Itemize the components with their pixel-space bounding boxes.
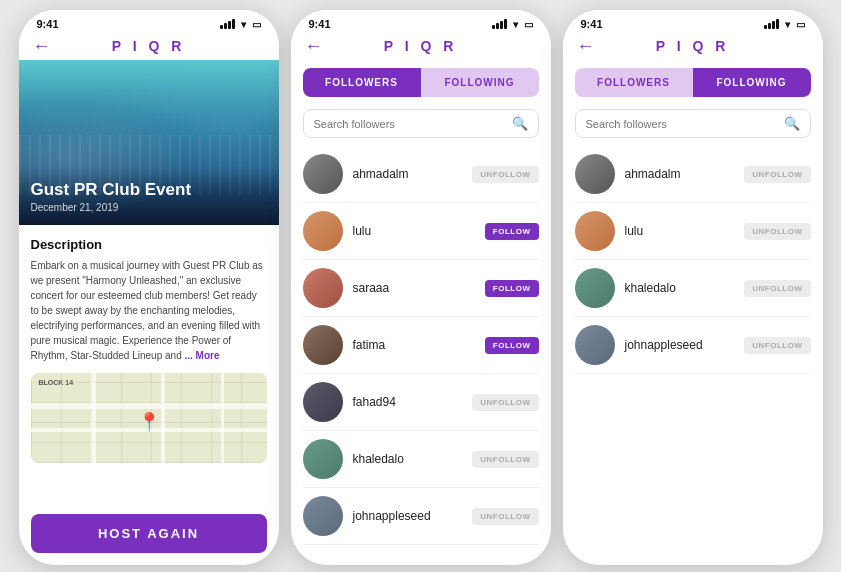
status-icons-1: ▾ ▭ <box>220 19 261 30</box>
search-input-3[interactable] <box>586 118 784 130</box>
tab-following-3[interactable]: FOLLOWING <box>693 68 811 97</box>
username-khaledalo-3: khaledalo <box>625 281 745 295</box>
unfollow-btn-johnappleseed-3[interactable]: UNFOLLOW <box>744 337 810 354</box>
nav-bar-1: ← P I Q R <box>19 32 279 60</box>
map-road-v2 <box>161 373 165 463</box>
status-icons-3: ▾ ▭ <box>764 19 805 30</box>
battery-icon-2: ▭ <box>524 19 533 30</box>
user-row-khaledalo-2: khaledalo UNFOLLOW <box>303 431 539 488</box>
back-button-3[interactable]: ← <box>577 36 595 57</box>
status-bar-2: 9:41 ▾ ▭ <box>291 10 551 32</box>
unfollow-btn-johnappleseed-2[interactable]: UNFOLLOW <box>472 508 538 525</box>
tab-bar-2: FOLLOWERS FOLLOWING <box>303 68 539 97</box>
username-lulu-3: lulu <box>625 224 745 238</box>
description-title: Description <box>31 237 267 252</box>
search-input-2[interactable] <box>314 118 512 130</box>
search-icon-2: 🔍 <box>512 116 528 131</box>
phone-2: 9:41 ▾ ▭ ← P I Q R FOLLOWERS FOLLOWING 🔍 <box>291 10 551 565</box>
signal-icon-3 <box>764 19 779 29</box>
time-1: 9:41 <box>37 18 59 30</box>
username-fatima-2: fatima <box>353 338 485 352</box>
search-bar-2: 🔍 <box>303 109 539 138</box>
follow-btn-fatima-2[interactable]: FOLLOW <box>485 337 539 354</box>
tab-followers-2[interactable]: FOLLOWERS <box>303 68 421 97</box>
status-bar-3: 9:41 ▾ ▭ <box>563 10 823 32</box>
phone-3: 9:41 ▾ ▭ ← P I Q R FOLLOWERS FOLLOWING 🔍 <box>563 10 823 565</box>
more-link[interactable]: ... More <box>185 350 220 361</box>
username-lulu-2: lulu <box>353 224 485 238</box>
event-map[interactable]: BLOCK 14 📍 <box>31 373 267 463</box>
username-saraaa-2: saraaa <box>353 281 485 295</box>
signal-icon <box>220 19 235 29</box>
user-row-saraaa-2: saraaa FOLLOW <box>303 260 539 317</box>
unfollow-btn-ahmadalm-3[interactable]: UNFOLLOW <box>744 166 810 183</box>
event-title: Gust PR Club Event <box>31 180 267 200</box>
status-bar-1: 9:41 ▾ ▭ <box>19 10 279 32</box>
user-row-lulu-3: lulu UNFOLLOW <box>575 203 811 260</box>
user-row-ahmadalm-2: ahmadalm UNFOLLOW <box>303 146 539 203</box>
avatar-khaledalo-3 <box>575 268 615 308</box>
username-johnappleseed-2: johnappleseed <box>353 509 473 523</box>
back-button-1[interactable]: ← <box>33 36 51 57</box>
battery-icon: ▭ <box>252 19 261 30</box>
wifi-icon: ▾ <box>241 19 246 30</box>
back-button-2[interactable]: ← <box>305 36 323 57</box>
time-3: 9:41 <box>581 18 603 30</box>
event-date: December 21, 2019 <box>31 202 267 213</box>
hero-overlay: Gust PR Club Event December 21, 2019 <box>19 168 279 225</box>
event-hero: Gust PR Club Event December 21, 2019 <box>19 60 279 225</box>
username-ahmadalm-2: ahmadalm <box>353 167 473 181</box>
battery-icon-3: ▭ <box>796 19 805 30</box>
app-title-2: P I Q R <box>384 38 458 54</box>
user-row-johnappleseed-2: johnappleseed UNFOLLOW <box>303 488 539 545</box>
host-again-button[interactable]: HOST AGAIN <box>31 514 267 553</box>
follow-btn-saraaa-2[interactable]: FOLLOW <box>485 280 539 297</box>
nav-bar-2: ← P I Q R <box>291 32 551 60</box>
wifi-icon-2: ▾ <box>513 19 518 30</box>
app-title-1: P I Q R <box>112 38 186 54</box>
app-title-3: P I Q R <box>656 38 730 54</box>
tab-following-2[interactable]: FOLLOWING <box>421 68 539 97</box>
map-pin: 📍 <box>138 411 160 433</box>
description-text: Embark on a musical journey with Guest P… <box>31 258 267 363</box>
unfollow-btn-fahad94-2[interactable]: UNFOLLOW <box>472 394 538 411</box>
user-row-ahmadalm-3: ahmadalm UNFOLLOW <box>575 146 811 203</box>
event-content: Description Embark on a musical journey … <box>19 225 279 504</box>
user-row-fatima-2: fatima FOLLOW <box>303 317 539 374</box>
avatar-khaledalo-2 <box>303 439 343 479</box>
avatar-johnappleseed-3 <box>575 325 615 365</box>
username-johnappleseed-3: johnappleseed <box>625 338 745 352</box>
tab-bar-3: FOLLOWERS FOLLOWING <box>575 68 811 97</box>
avatar-ahmadalm-3 <box>575 154 615 194</box>
unfollow-btn-lulu-3[interactable]: UNFOLLOW <box>744 223 810 240</box>
avatar-lulu-2 <box>303 211 343 251</box>
avatar-lulu-3 <box>575 211 615 251</box>
phone-1: 9:41 ▾ ▭ ← P I Q R Gust PR Club Event De… <box>19 10 279 565</box>
search-icon-3: 🔍 <box>784 116 800 131</box>
status-icons-2: ▾ ▭ <box>492 19 533 30</box>
username-fahad94-2: fahad94 <box>353 395 473 409</box>
follow-btn-lulu-2[interactable]: FOLLOW <box>485 223 539 240</box>
users-list-2: ahmadalm UNFOLLOW lulu FOLLOW saraaa FOL… <box>291 146 551 565</box>
map-road-v3 <box>221 373 224 463</box>
unfollow-btn-khaledalo-3[interactable]: UNFOLLOW <box>744 280 810 297</box>
nav-bar-3: ← P I Q R <box>563 32 823 60</box>
username-ahmadalm-3: ahmadalm <box>625 167 745 181</box>
map-road-v1 <box>91 373 96 463</box>
tab-followers-3[interactable]: FOLLOWERS <box>575 68 693 97</box>
username-khaledalo-2: khaledalo <box>353 452 473 466</box>
unfollow-btn-ahmadalm-2[interactable]: UNFOLLOW <box>472 166 538 183</box>
wifi-icon-3: ▾ <box>785 19 790 30</box>
user-row-khaledalo-3: khaledalo UNFOLLOW <box>575 260 811 317</box>
avatar-saraaa-2 <box>303 268 343 308</box>
signal-icon-2 <box>492 19 507 29</box>
map-block-label: BLOCK 14 <box>39 379 74 386</box>
avatar-johnappleseed-2 <box>303 496 343 536</box>
user-row-fahad94-2: fahad94 UNFOLLOW <box>303 374 539 431</box>
unfollow-btn-khaledalo-2[interactable]: UNFOLLOW <box>472 451 538 468</box>
search-bar-3: 🔍 <box>575 109 811 138</box>
time-2: 9:41 <box>309 18 331 30</box>
avatar-ahmadalm-2 <box>303 154 343 194</box>
avatar-fatima-2 <box>303 325 343 365</box>
avatar-fahad94-2 <box>303 382 343 422</box>
